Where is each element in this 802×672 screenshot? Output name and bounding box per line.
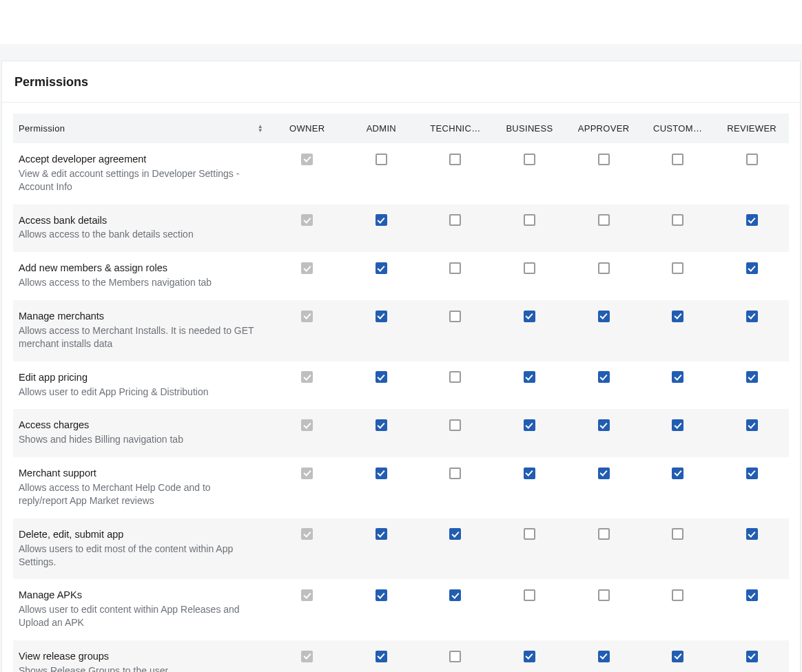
grant-checkbox[interactable] bbox=[376, 311, 387, 322]
permission-cell: Manage APKsAllows user to edit content w… bbox=[13, 579, 270, 640]
grant-checkbox[interactable] bbox=[672, 528, 683, 540]
table-row: Access bank detailsAllows access to the … bbox=[13, 204, 789, 253]
grant-checkbox[interactable] bbox=[598, 262, 610, 274]
grant-checkbox[interactable] bbox=[598, 528, 610, 540]
permission-label: Access charges bbox=[19, 419, 265, 432]
grant-cell bbox=[493, 409, 567, 457]
grant-checkbox[interactable] bbox=[672, 589, 683, 601]
permission-cell: Delete, edit, submit appAllows users to … bbox=[13, 518, 270, 580]
grant-cell bbox=[345, 579, 419, 640]
grant-cell bbox=[270, 143, 345, 204]
grant-checkbox[interactable] bbox=[746, 651, 758, 662]
grant-cell bbox=[345, 361, 419, 410]
grant-checkbox[interactable] bbox=[449, 468, 461, 479]
permission-cell: Edit app pricingAllows user to edit App … bbox=[13, 361, 270, 410]
grant-checkbox[interactable] bbox=[746, 154, 758, 165]
grant-checkbox[interactable] bbox=[449, 262, 461, 274]
grant-checkbox[interactable] bbox=[672, 214, 683, 226]
grant-checkbox[interactable] bbox=[376, 589, 387, 601]
grant-cell bbox=[566, 518, 641, 580]
grant-cell bbox=[714, 204, 789, 253]
grant-checkbox[interactable] bbox=[598, 651, 610, 662]
grant-checkbox[interactable] bbox=[598, 589, 610, 601]
grant-checkbox[interactable] bbox=[746, 262, 758, 274]
grant-checkbox[interactable] bbox=[449, 419, 461, 431]
grant-checkbox[interactable] bbox=[376, 468, 387, 479]
grant-cell bbox=[566, 361, 641, 410]
grant-checkbox bbox=[301, 589, 313, 601]
grant-checkbox[interactable] bbox=[449, 371, 461, 383]
grant-checkbox[interactable] bbox=[598, 311, 610, 322]
grant-checkbox[interactable] bbox=[746, 528, 758, 540]
grant-checkbox[interactable] bbox=[524, 262, 535, 274]
grant-checkbox[interactable] bbox=[672, 154, 683, 165]
grant-cell bbox=[641, 361, 715, 410]
grant-checkbox[interactable] bbox=[449, 311, 461, 322]
grant-cell bbox=[714, 409, 789, 457]
grant-checkbox[interactable] bbox=[524, 154, 535, 165]
grant-cell bbox=[714, 361, 789, 410]
grant-checkbox[interactable] bbox=[524, 651, 535, 662]
column-label: Permission bbox=[19, 123, 65, 134]
grant-checkbox[interactable] bbox=[672, 371, 683, 383]
grant-checkbox[interactable] bbox=[524, 528, 535, 540]
grant-cell bbox=[418, 300, 493, 361]
grant-checkbox[interactable] bbox=[524, 371, 535, 383]
grant-cell bbox=[270, 640, 345, 672]
grant-checkbox[interactable] bbox=[449, 154, 461, 165]
grant-checkbox[interactable] bbox=[746, 214, 758, 226]
grant-checkbox[interactable] bbox=[449, 214, 461, 226]
grant-cell bbox=[418, 457, 493, 518]
grant-cell bbox=[418, 579, 493, 640]
grant-checkbox[interactable] bbox=[746, 468, 758, 479]
grant-checkbox[interactable] bbox=[524, 311, 535, 322]
sort-icon[interactable]: ▲▼ bbox=[258, 125, 263, 133]
grant-checkbox[interactable] bbox=[598, 419, 610, 431]
permission-label: Manage APKs bbox=[19, 589, 265, 602]
grant-checkbox[interactable] bbox=[376, 214, 387, 226]
grant-cell bbox=[566, 143, 641, 204]
grant-cell bbox=[418, 361, 493, 410]
grant-checkbox[interactable] bbox=[672, 419, 683, 431]
grant-checkbox[interactable] bbox=[598, 214, 610, 226]
grant-cell bbox=[418, 143, 493, 204]
grant-checkbox[interactable] bbox=[524, 589, 535, 601]
grant-checkbox[interactable] bbox=[524, 419, 535, 431]
grant-checkbox[interactable] bbox=[672, 651, 683, 662]
grant-checkbox[interactable] bbox=[524, 214, 535, 226]
grant-checkbox[interactable] bbox=[746, 311, 758, 322]
grant-checkbox[interactable] bbox=[376, 528, 387, 540]
column-label: BUSINESS bbox=[506, 123, 553, 134]
grant-checkbox[interactable] bbox=[376, 651, 387, 662]
grant-checkbox[interactable] bbox=[376, 154, 387, 165]
grant-checkbox[interactable] bbox=[598, 468, 610, 479]
grant-cell bbox=[714, 518, 789, 580]
permission-label: View release groups bbox=[19, 650, 265, 663]
grant-checkbox[interactable] bbox=[746, 371, 758, 383]
grant-checkbox[interactable] bbox=[449, 528, 461, 540]
grant-checkbox[interactable] bbox=[746, 419, 758, 431]
grant-checkbox[interactable] bbox=[672, 311, 683, 322]
grant-checkbox[interactable] bbox=[376, 371, 387, 383]
grant-checkbox[interactable] bbox=[524, 468, 535, 479]
grant-cell bbox=[641, 409, 715, 457]
grant-checkbox[interactable] bbox=[598, 154, 610, 165]
grant-checkbox[interactable] bbox=[449, 589, 461, 601]
grant-checkbox bbox=[301, 154, 313, 165]
permission-label: Delete, edit, submit app bbox=[19, 528, 265, 541]
grant-cell bbox=[714, 300, 789, 361]
grant-checkbox[interactable] bbox=[449, 651, 461, 662]
grant-cell bbox=[714, 640, 789, 672]
grant-checkbox[interactable] bbox=[598, 371, 610, 383]
column-header-permission[interactable]: Permission▲▼ bbox=[13, 114, 270, 143]
card-title: Permissions bbox=[2, 61, 800, 103]
grant-checkbox[interactable] bbox=[672, 468, 683, 479]
grant-checkbox[interactable] bbox=[672, 262, 683, 274]
grant-cell bbox=[641, 518, 715, 580]
permission-cell: Accept developer agreementView & edit ac… bbox=[13, 143, 270, 204]
grant-checkbox[interactable] bbox=[376, 262, 387, 274]
grant-checkbox[interactable] bbox=[376, 419, 387, 431]
grant-checkbox[interactable] bbox=[746, 589, 758, 601]
grant-cell bbox=[418, 640, 493, 672]
grant-cell bbox=[270, 361, 345, 410]
